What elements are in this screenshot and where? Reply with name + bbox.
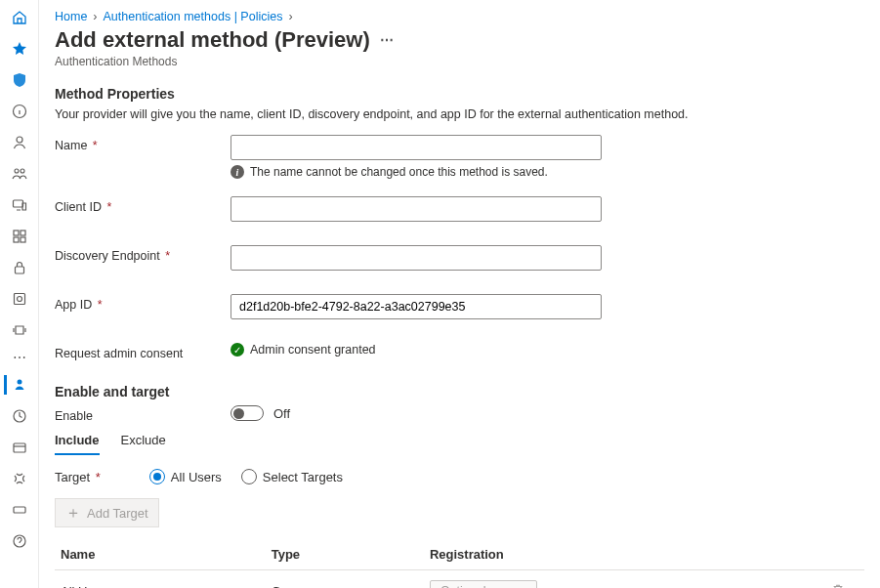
svg-rect-8 bbox=[21, 237, 25, 242]
svg-rect-7 bbox=[14, 237, 19, 242]
svg-point-12 bbox=[17, 380, 21, 385]
main-content: Home › Authentication methods | Policies… bbox=[39, 0, 880, 588]
sidebar-nav: ⋯ bbox=[0, 0, 39, 588]
card-icon[interactable] bbox=[4, 498, 35, 522]
radio-select-targets-label: Select Targets bbox=[263, 470, 343, 484]
breadcrumb-auth-policies[interactable]: Authentication methods | Policies bbox=[104, 10, 283, 23]
tab-exclude[interactable]: Exclude bbox=[121, 433, 166, 455]
plus-icon: ＋ bbox=[65, 505, 81, 521]
chevron-right-icon: › bbox=[93, 10, 97, 23]
page-subtitle: Authentication Methods bbox=[55, 55, 864, 68]
shield-icon[interactable] bbox=[4, 68, 35, 92]
delete-row-button[interactable] bbox=[831, 585, 845, 589]
svg-point-1 bbox=[17, 137, 22, 143]
svg-rect-4 bbox=[13, 200, 22, 207]
box-icon[interactable] bbox=[4, 287, 35, 311]
svg-point-3 bbox=[21, 169, 24, 173]
svg-point-11 bbox=[17, 297, 21, 302]
svg-rect-5 bbox=[14, 231, 19, 235]
target-radio-row: Target * All Users Select Targets bbox=[55, 469, 864, 484]
sync-icon[interactable] bbox=[4, 318, 35, 342]
identity-icon[interactable] bbox=[4, 373, 35, 397]
input-discovery[interactable] bbox=[230, 245, 602, 271]
add-target-label: Add Target bbox=[87, 506, 148, 521]
svg-rect-9 bbox=[15, 267, 23, 273]
tab-include[interactable]: Include bbox=[55, 433, 100, 455]
radio-unchecked-icon bbox=[241, 469, 257, 484]
consent-status: ✓ Admin consent granted bbox=[230, 343, 602, 357]
page-title-row: Add external method (Preview) ⋯ bbox=[55, 27, 864, 53]
toggle-enable[interactable] bbox=[230, 405, 264, 421]
svg-point-16 bbox=[14, 535, 25, 547]
svg-rect-15 bbox=[14, 507, 25, 513]
target-tabs: Include Exclude bbox=[55, 433, 864, 455]
chevron-right-icon: › bbox=[288, 10, 292, 23]
label-app-id: App ID * bbox=[55, 294, 230, 312]
devices-icon[interactable] bbox=[4, 193, 35, 217]
th-type: Type bbox=[266, 539, 424, 570]
section-method-properties: Method Properties bbox=[55, 86, 864, 102]
label-enable: Enable bbox=[55, 405, 230, 423]
label-name: Name * bbox=[55, 135, 230, 152]
input-name[interactable] bbox=[230, 135, 602, 160]
hint-name-text: The name cannot be changed once this met… bbox=[250, 165, 548, 179]
table-row: All Users Group Optional bbox=[55, 570, 864, 589]
breadcrumb-home[interactable]: Home bbox=[55, 10, 87, 23]
apps-icon[interactable] bbox=[4, 225, 35, 248]
breadcrumb: Home › Authentication methods | Policies… bbox=[55, 10, 864, 23]
consent-status-text: Admin consent granted bbox=[250, 343, 376, 357]
svg-rect-10 bbox=[14, 294, 24, 305]
user-icon[interactable] bbox=[4, 131, 35, 154]
lock-icon[interactable] bbox=[4, 256, 35, 279]
radio-checked-icon bbox=[149, 469, 165, 484]
star-icon[interactable] bbox=[4, 37, 35, 61]
security-icon[interactable] bbox=[4, 404, 35, 428]
targets-table: Name Type Registration All Users Group O… bbox=[55, 539, 864, 588]
toggle-enable-state: Off bbox=[273, 406, 290, 421]
help-icon[interactable] bbox=[4, 529, 35, 553]
registration-select[interactable]: Optional bbox=[430, 580, 537, 588]
svg-rect-14 bbox=[14, 443, 25, 452]
settings-icon[interactable] bbox=[4, 467, 35, 490]
hint-name: i The name cannot be changed once this m… bbox=[230, 165, 602, 179]
th-registration: Registration bbox=[424, 539, 825, 570]
add-target-button: ＋ Add Target bbox=[55, 498, 159, 527]
radio-all-users[interactable]: All Users bbox=[149, 469, 222, 484]
check-icon: ✓ bbox=[230, 343, 244, 357]
label-client-id: Client ID * bbox=[55, 196, 230, 214]
svg-point-2 bbox=[15, 169, 19, 173]
cell-name: All Users bbox=[55, 570, 266, 589]
cell-type: Group bbox=[266, 570, 424, 589]
home-icon[interactable] bbox=[4, 6, 35, 29]
label-discovery: Discovery Endpoint * bbox=[55, 245, 230, 263]
label-consent: Request admin consent bbox=[55, 343, 230, 360]
radio-select-targets[interactable]: Select Targets bbox=[241, 469, 343, 484]
billing-icon[interactable] bbox=[4, 436, 35, 459]
page-actions-more[interactable]: ⋯ bbox=[380, 32, 394, 48]
svg-rect-6 bbox=[21, 231, 25, 235]
input-client-id[interactable] bbox=[230, 196, 602, 222]
method-properties-intro: Your provider will give you the name, cl… bbox=[55, 107, 864, 121]
more-icon[interactable]: ⋯ bbox=[13, 350, 26, 365]
users-icon[interactable] bbox=[4, 162, 35, 186]
info-icon[interactable] bbox=[4, 100, 35, 123]
label-target: Target * bbox=[55, 470, 101, 484]
radio-all-users-label: All Users bbox=[171, 470, 222, 484]
th-name: Name bbox=[55, 539, 266, 570]
page-title: Add external method (Preview) bbox=[55, 27, 370, 53]
info-icon: i bbox=[230, 165, 244, 179]
section-enable-target: Enable and target bbox=[55, 384, 864, 399]
input-app-id[interactable] bbox=[230, 294, 602, 319]
